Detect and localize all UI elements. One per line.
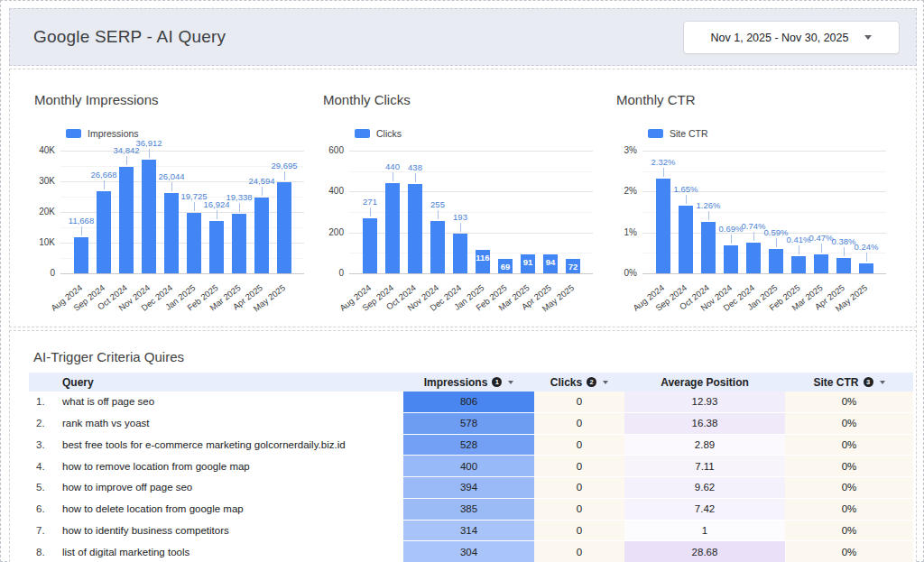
bar[interactable] bbox=[385, 183, 400, 273]
label-stem-line bbox=[415, 173, 416, 182]
bar[interactable] bbox=[430, 221, 445, 273]
avg-position-cell: 1 bbox=[624, 521, 785, 542]
bar[interactable] bbox=[232, 214, 246, 273]
impressions-cell: 304 bbox=[403, 541, 534, 562]
impressions-chart: Monthly Impressions Impressions 010K20K3… bbox=[19, 69, 303, 327]
y-axis-label: 3% bbox=[601, 145, 637, 155]
legend-swatch-icon bbox=[355, 129, 370, 138]
chart-legend: Site CTR bbox=[648, 128, 708, 139]
avg-position-cell: 9.62 bbox=[624, 477, 785, 499]
bar[interactable] bbox=[679, 206, 693, 273]
label-stem-line bbox=[663, 168, 664, 177]
sort-order-badge: 3 bbox=[864, 377, 873, 387]
legend-swatch-icon bbox=[648, 129, 663, 138]
label-stem-line bbox=[866, 253, 867, 262]
bar[interactable] bbox=[746, 243, 761, 273]
query-cell: how to remove location from google map bbox=[56, 456, 403, 477]
page-title: Google SERP - AI Query bbox=[33, 27, 226, 47]
site-ctr-cell: 0% bbox=[785, 477, 913, 499]
clicks-cell: 0 bbox=[534, 541, 624, 562]
query-cell: best free tools for e-commerce marketing… bbox=[56, 435, 403, 456]
bar[interactable] bbox=[277, 182, 291, 273]
site-ctr-cell: 0% bbox=[785, 456, 913, 477]
bar[interactable] bbox=[119, 167, 134, 273]
bar[interactable] bbox=[656, 179, 670, 273]
y-axis-label: 200 bbox=[308, 227, 344, 237]
table-row[interactable]: 8.list of digital marketing tools304028.… bbox=[29, 541, 913, 562]
query-cell: how to improve off page seo bbox=[56, 477, 403, 499]
y-axis-label: 1% bbox=[601, 227, 637, 237]
query-column-header[interactable]: Query bbox=[56, 373, 403, 392]
legend-label: Clicks bbox=[376, 128, 402, 139]
bar[interactable] bbox=[724, 245, 738, 273]
chart-title: Monthly Clicks bbox=[323, 92, 411, 107]
table-row[interactable]: 1.what is off page seo806012.930% bbox=[29, 392, 913, 413]
label-stem-line bbox=[708, 211, 709, 220]
label-stem-line bbox=[284, 171, 285, 180]
sort-caret-icon bbox=[603, 381, 608, 384]
row-number: 8. bbox=[29, 541, 56, 562]
y-axis-label: 600 bbox=[308, 145, 344, 155]
impressions-cell: 400 bbox=[403, 456, 534, 477]
header-section: Google SERP - AI Query Nov 1, 2025 - Nov… bbox=[9, 8, 917, 66]
gridline bbox=[349, 273, 593, 274]
label-stem-line bbox=[217, 210, 217, 219]
clicks-cell: 0 bbox=[534, 521, 624, 542]
y-axis-label: 10K bbox=[19, 237, 55, 247]
bar[interactable] bbox=[408, 184, 422, 273]
legend-swatch-icon bbox=[66, 129, 81, 138]
table-row[interactable]: 2.rank math vs yoast578016.380% bbox=[29, 413, 913, 435]
y-axis-label: 0 bbox=[19, 268, 55, 278]
label-stem-line bbox=[81, 226, 82, 235]
ctr-chart: Monthly CTR Site CTR 0%1%2%3%2.32%Aug 20… bbox=[601, 69, 885, 327]
query-cell: what is off page seo bbox=[56, 392, 403, 413]
date-range-picker[interactable]: Nov 1, 2025 - Nov 30, 2025 bbox=[683, 21, 900, 54]
bar[interactable] bbox=[701, 222, 716, 273]
column-header-label: Average Position bbox=[661, 376, 749, 389]
bar[interactable] bbox=[769, 249, 783, 273]
y-axis-label: 20K bbox=[19, 207, 55, 217]
bar[interactable] bbox=[164, 193, 179, 273]
table-title: AI-Trigger Criteria Quires bbox=[33, 349, 184, 364]
impressions-column-header[interactable]: Impressions1 bbox=[403, 373, 534, 392]
bar[interactable] bbox=[209, 221, 224, 273]
site_ctr-column-header[interactable]: Site CTR3 bbox=[785, 373, 913, 392]
table-row[interactable]: 7.how to identify business competitors31… bbox=[29, 521, 913, 542]
table-row[interactable]: 5.how to improve off page seo39409.620% bbox=[29, 477, 913, 499]
avg-position-cell: 28.68 bbox=[624, 541, 785, 562]
bar[interactable] bbox=[142, 160, 156, 273]
table-row[interactable]: 4.how to remove location from google map… bbox=[29, 456, 913, 477]
bar[interactable] bbox=[97, 191, 111, 273]
bar[interactable] bbox=[814, 254, 828, 273]
bar-value-label: 72 bbox=[544, 262, 602, 272]
bar[interactable] bbox=[791, 256, 806, 273]
label-stem-line bbox=[370, 207, 371, 217]
table-row[interactable]: 3.best free tools for e-commerce marketi… bbox=[29, 435, 913, 456]
chevron-down-icon bbox=[864, 35, 872, 40]
row-number: 2. bbox=[29, 413, 56, 435]
avg-position-cell: 12.93 bbox=[624, 392, 785, 413]
column-header-label: Clicks bbox=[550, 376, 582, 389]
row-number: 4. bbox=[29, 456, 56, 477]
y-axis-label: 400 bbox=[308, 186, 344, 196]
bar[interactable] bbox=[74, 237, 88, 273]
impressions-cell: 385 bbox=[403, 499, 534, 521]
bar[interactable] bbox=[836, 258, 851, 273]
y-axis-label: 0% bbox=[601, 268, 637, 278]
row-number: 7. bbox=[29, 521, 56, 542]
gridline bbox=[349, 151, 593, 152]
table-row[interactable]: 6.how to delete location from google map… bbox=[29, 499, 913, 521]
charts-section: Monthly Impressions Impressions 010K20K3… bbox=[9, 69, 917, 327]
clicks-cell: 0 bbox=[534, 413, 624, 435]
bar[interactable] bbox=[363, 218, 377, 273]
bar[interactable] bbox=[859, 263, 873, 273]
bar[interactable] bbox=[187, 213, 201, 273]
query-cell: rank math vs yoast bbox=[56, 413, 403, 435]
avg_position-column-header[interactable]: Average Position bbox=[624, 373, 785, 392]
bar[interactable] bbox=[254, 198, 269, 273]
query-table: QueryImpressions1Clicks2Average Position… bbox=[29, 373, 913, 562]
bar-plot-area: 0%1%2%3%2.32%Aug 20241.65%Sep 20241.26%O… bbox=[642, 151, 886, 273]
clicks-column-header[interactable]: Clicks2 bbox=[534, 373, 624, 392]
label-stem-line bbox=[460, 223, 461, 232]
chart-title: Monthly Impressions bbox=[34, 92, 159, 107]
